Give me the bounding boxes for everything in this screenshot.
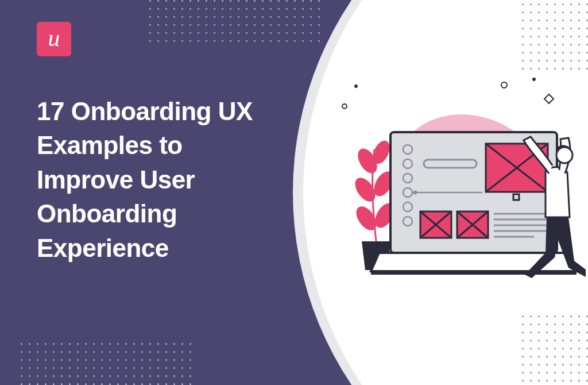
brand-logo: u (37, 22, 71, 56)
brand-logo-letter: u (48, 26, 60, 50)
hero-banner: u 17 Onboarding UX Examples to Improve U… (0, 0, 588, 385)
svg-point-0 (342, 104, 347, 109)
wireframe-laptop-illustration (322, 69, 586, 310)
dot-grid-decor (522, 0, 588, 70)
dot-grid-decor (21, 343, 191, 385)
svg-point-3 (533, 78, 535, 80)
dot-grid-decor (149, 0, 320, 42)
svg-point-1 (501, 82, 507, 88)
page-title: 17 Onboarding UX Examples to Improve Use… (37, 94, 278, 265)
sparkle-decor (342, 78, 554, 109)
dot-grid-decor (522, 315, 588, 385)
svg-rect-33 (513, 194, 519, 200)
svg-point-2 (355, 85, 357, 87)
